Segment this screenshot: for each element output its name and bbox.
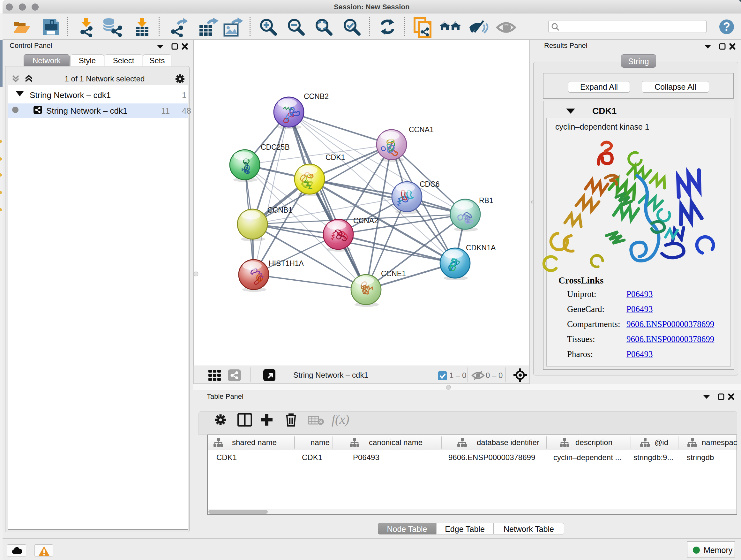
- svg-text:?: ?: [723, 20, 730, 33]
- svg-text:CDC6: CDC6: [420, 180, 440, 188]
- svg-text:CCNA1: CCNA1: [409, 125, 434, 134]
- svg-text:CCNA2: CCNA2: [353, 216, 378, 225]
- svg-text:CCNB2: CCNB2: [304, 92, 329, 101]
- svg-text:CDK1: CDK1: [326, 153, 345, 162]
- svg-text:CDC25B: CDC25B: [261, 143, 290, 151]
- svg-text:CCNE1: CCNE1: [381, 269, 406, 278]
- svg-text:RB1: RB1: [479, 196, 493, 205]
- svg-text:CDKN1A: CDKN1A: [466, 244, 496, 252]
- svg-text:CCNB1: CCNB1: [267, 206, 292, 214]
- svg-text:HIST1H1A: HIST1H1A: [269, 259, 304, 267]
